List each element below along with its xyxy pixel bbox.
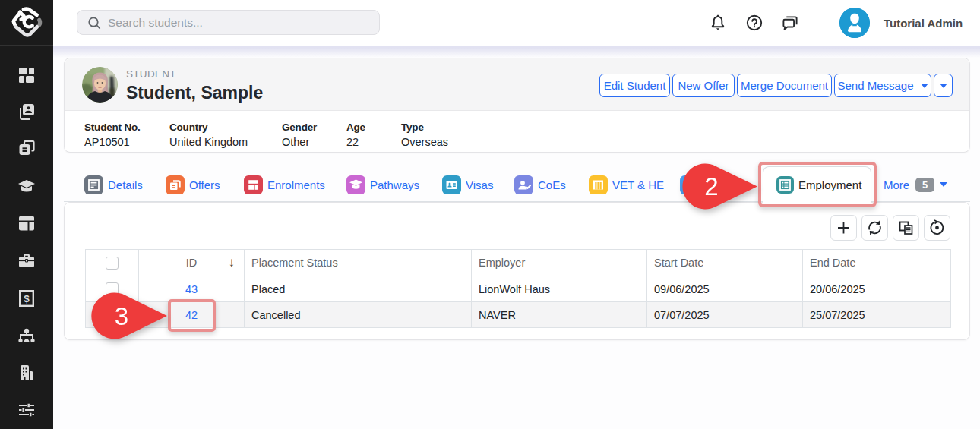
svg-text:2: 2 <box>704 172 718 200</box>
svg-text:3: 3 <box>115 302 128 330</box>
svg-text:$: $ <box>24 293 30 304</box>
